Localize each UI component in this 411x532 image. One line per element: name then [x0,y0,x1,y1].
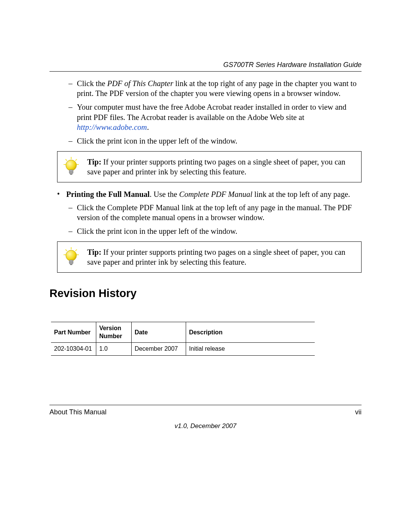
svg-line-2 [75,159,77,161]
col-date: Date [131,322,186,343]
page-footer: About This Manual vii v1.0, December 200… [49,405,362,430]
tip-body: If your printer supports printing two pa… [87,158,346,176]
list-item: Click the print icon in the upper left o… [68,136,362,146]
col-description: Description [186,322,315,343]
revision-history-table: Part Number Version Number Date Descript… [51,322,315,355]
text-fragment: . Use the [150,190,179,198]
nested-list-1: Click the PDF of This Chapter link at th… [49,78,362,146]
adobe-link[interactable]: http://www.adobe.com [77,123,147,131]
text-fragment: Click the print icon in the upper left o… [77,227,237,235]
lightbulb-icon [62,156,80,177]
svg-rect-6 [69,170,73,174]
list-item: Your computer must have the free Adobe A… [68,102,362,132]
complete-pdf-emphasis: Complete PDF Manual [179,190,252,198]
svg-rect-9 [70,174,72,175]
col-version-number: Version Number [96,322,131,343]
pdf-chapter-emphasis: PDF of This Chapter [107,79,174,88]
tip-box-1: Tip: If your printer supports printing t… [57,151,362,182]
text-fragment: Click the Complete PDF Manual link at th… [77,203,352,222]
bullet-list: Printing the Full Manual. Use the Comple… [49,189,362,199]
footer-rule [49,405,362,405]
tip-box-2: Tip: If your printer supports printing t… [57,241,362,273]
body-content: Click the PDF of This Chapter link at th… [49,78,362,356]
text-fragment: . [147,123,149,131]
table-row: 202-10304-01 1.0 December 2007 Initial r… [51,343,315,355]
text-fragment: link at the top left of any page. [252,190,350,198]
footer-page-number: vii [355,408,362,416]
col-part-number: Part Number [51,322,96,343]
running-header: GS700TR Series Hardware Installation Gui… [49,61,362,69]
cell-description: Initial release [186,343,315,355]
tip-body: If your printer supports printing two pa… [87,248,346,266]
footer-version-date: v1.0, December 2007 [49,422,362,430]
list-item: Printing the Full Manual. Use the Comple… [57,189,362,199]
svg-point-15 [66,250,76,261]
lightbulb-icon [62,246,80,268]
svg-line-1 [65,159,67,161]
svg-point-5 [66,160,76,171]
full-manual-bold: Printing the Full Manual [66,190,150,198]
tip-label: Tip: [87,248,101,256]
header-rule [49,71,362,72]
tip-text: Tip: If your printer supports printing t… [87,157,354,177]
nested-list-2: Click the Complete PDF Manual link at th… [49,203,362,236]
svg-rect-19 [70,264,72,265]
table-header-row: Part Number Version Number Date Descript… [51,322,315,343]
list-item: Click the print icon in the upper left o… [68,226,362,236]
text-fragment: Your computer must have the free Adobe A… [77,103,346,121]
text-fragment: Click the print icon in the upper left o… [77,137,237,145]
svg-line-12 [75,249,77,251]
tip-text: Tip: If your printer supports printing t… [87,247,354,267]
footer-left: About This Manual [49,408,107,416]
tip-label: Tip: [87,158,101,166]
cell-version: 1.0 [96,343,131,355]
text-fragment: Click the [77,79,107,88]
revision-history-heading: Revision History [49,286,362,300]
cell-part-number: 202-10304-01 [51,343,96,355]
cell-date: December 2007 [131,343,186,355]
list-item: Click the Complete PDF Manual link at th… [68,203,362,222]
svg-rect-16 [69,260,73,264]
list-item: Click the PDF of This Chapter link at th… [68,78,362,98]
svg-line-11 [65,249,67,251]
